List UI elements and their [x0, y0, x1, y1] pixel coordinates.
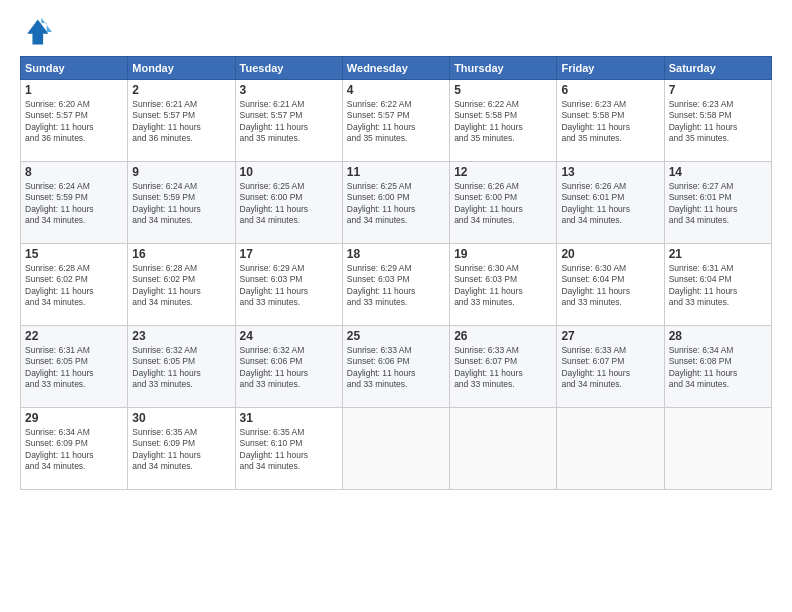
day-number: 2: [132, 83, 230, 97]
calendar-day-cell: 9Sunrise: 6:24 AM Sunset: 5:59 PM Daylig…: [128, 162, 235, 244]
day-info: Sunrise: 6:32 AM Sunset: 6:05 PM Dayligh…: [132, 345, 230, 391]
day-info: Sunrise: 6:21 AM Sunset: 5:57 PM Dayligh…: [132, 99, 230, 145]
day-info: Sunrise: 6:30 AM Sunset: 6:04 PM Dayligh…: [561, 263, 659, 309]
calendar-week-row: 29Sunrise: 6:34 AM Sunset: 6:09 PM Dayli…: [21, 408, 772, 490]
calendar-day-cell: 21Sunrise: 6:31 AM Sunset: 6:04 PM Dayli…: [664, 244, 771, 326]
day-info: Sunrise: 6:31 AM Sunset: 6:05 PM Dayligh…: [25, 345, 123, 391]
day-info: Sunrise: 6:22 AM Sunset: 5:58 PM Dayligh…: [454, 99, 552, 145]
calendar-week-row: 1Sunrise: 6:20 AM Sunset: 5:57 PM Daylig…: [21, 80, 772, 162]
day-info: Sunrise: 6:32 AM Sunset: 6:06 PM Dayligh…: [240, 345, 338, 391]
day-number: 14: [669, 165, 767, 179]
calendar-week-row: 8Sunrise: 6:24 AM Sunset: 5:59 PM Daylig…: [21, 162, 772, 244]
day-info: Sunrise: 6:31 AM Sunset: 6:04 PM Dayligh…: [669, 263, 767, 309]
day-info: Sunrise: 6:33 AM Sunset: 6:07 PM Dayligh…: [561, 345, 659, 391]
day-info: Sunrise: 6:23 AM Sunset: 5:58 PM Dayligh…: [561, 99, 659, 145]
day-number: 24: [240, 329, 338, 343]
calendar-day-cell: 30Sunrise: 6:35 AM Sunset: 6:09 PM Dayli…: [128, 408, 235, 490]
day-number: 8: [25, 165, 123, 179]
day-number: 10: [240, 165, 338, 179]
calendar-day-cell: 13Sunrise: 6:26 AM Sunset: 6:01 PM Dayli…: [557, 162, 664, 244]
calendar-day-cell: 5Sunrise: 6:22 AM Sunset: 5:58 PM Daylig…: [450, 80, 557, 162]
day-info: Sunrise: 6:23 AM Sunset: 5:58 PM Dayligh…: [669, 99, 767, 145]
day-number: 23: [132, 329, 230, 343]
calendar-day-cell: 22Sunrise: 6:31 AM Sunset: 6:05 PM Dayli…: [21, 326, 128, 408]
calendar-week-row: 15Sunrise: 6:28 AM Sunset: 6:02 PM Dayli…: [21, 244, 772, 326]
day-number: 30: [132, 411, 230, 425]
day-number: 22: [25, 329, 123, 343]
day-info: Sunrise: 6:35 AM Sunset: 6:10 PM Dayligh…: [240, 427, 338, 473]
calendar-day-cell: 10Sunrise: 6:25 AM Sunset: 6:00 PM Dayli…: [235, 162, 342, 244]
calendar-day-cell: 31Sunrise: 6:35 AM Sunset: 6:10 PM Dayli…: [235, 408, 342, 490]
day-info: Sunrise: 6:24 AM Sunset: 5:59 PM Dayligh…: [132, 181, 230, 227]
calendar-day-cell: 8Sunrise: 6:24 AM Sunset: 5:59 PM Daylig…: [21, 162, 128, 244]
day-number: 19: [454, 247, 552, 261]
calendar-day-cell: 26Sunrise: 6:33 AM Sunset: 6:07 PM Dayli…: [450, 326, 557, 408]
day-number: 18: [347, 247, 445, 261]
calendar-empty-cell: [450, 408, 557, 490]
day-info: Sunrise: 6:25 AM Sunset: 6:00 PM Dayligh…: [240, 181, 338, 227]
logo-icon: [20, 16, 52, 48]
day-number: 21: [669, 247, 767, 261]
calendar-day-cell: 11Sunrise: 6:25 AM Sunset: 6:00 PM Dayli…: [342, 162, 449, 244]
calendar-day-cell: 27Sunrise: 6:33 AM Sunset: 6:07 PM Dayli…: [557, 326, 664, 408]
calendar-day-header: Wednesday: [342, 57, 449, 80]
calendar-day-cell: 12Sunrise: 6:26 AM Sunset: 6:00 PM Dayli…: [450, 162, 557, 244]
calendar-day-cell: 7Sunrise: 6:23 AM Sunset: 5:58 PM Daylig…: [664, 80, 771, 162]
day-info: Sunrise: 6:26 AM Sunset: 6:00 PM Dayligh…: [454, 181, 552, 227]
day-number: 7: [669, 83, 767, 97]
header: [20, 16, 772, 48]
calendar-day-cell: 16Sunrise: 6:28 AM Sunset: 6:02 PM Dayli…: [128, 244, 235, 326]
day-number: 31: [240, 411, 338, 425]
calendar-day-cell: 14Sunrise: 6:27 AM Sunset: 6:01 PM Dayli…: [664, 162, 771, 244]
calendar-day-cell: 19Sunrise: 6:30 AM Sunset: 6:03 PM Dayli…: [450, 244, 557, 326]
calendar-day-cell: 24Sunrise: 6:32 AM Sunset: 6:06 PM Dayli…: [235, 326, 342, 408]
day-info: Sunrise: 6:28 AM Sunset: 6:02 PM Dayligh…: [132, 263, 230, 309]
calendar-header-row: SundayMondayTuesdayWednesdayThursdayFrid…: [21, 57, 772, 80]
day-info: Sunrise: 6:28 AM Sunset: 6:02 PM Dayligh…: [25, 263, 123, 309]
calendar-day-cell: 18Sunrise: 6:29 AM Sunset: 6:03 PM Dayli…: [342, 244, 449, 326]
calendar-day-cell: 4Sunrise: 6:22 AM Sunset: 5:57 PM Daylig…: [342, 80, 449, 162]
day-number: 11: [347, 165, 445, 179]
svg-marker-0: [27, 20, 48, 45]
calendar-day-cell: 15Sunrise: 6:28 AM Sunset: 6:02 PM Dayli…: [21, 244, 128, 326]
calendar-day-header: Sunday: [21, 57, 128, 80]
page: SundayMondayTuesdayWednesdayThursdayFrid…: [0, 0, 792, 612]
day-info: Sunrise: 6:29 AM Sunset: 6:03 PM Dayligh…: [347, 263, 445, 309]
calendar-day-cell: 20Sunrise: 6:30 AM Sunset: 6:04 PM Dayli…: [557, 244, 664, 326]
day-info: Sunrise: 6:21 AM Sunset: 5:57 PM Dayligh…: [240, 99, 338, 145]
day-number: 28: [669, 329, 767, 343]
calendar-day-cell: 1Sunrise: 6:20 AM Sunset: 5:57 PM Daylig…: [21, 80, 128, 162]
calendar-day-header: Monday: [128, 57, 235, 80]
calendar-table: SundayMondayTuesdayWednesdayThursdayFrid…: [20, 56, 772, 490]
day-number: 29: [25, 411, 123, 425]
calendar-day-cell: 25Sunrise: 6:33 AM Sunset: 6:06 PM Dayli…: [342, 326, 449, 408]
day-info: Sunrise: 6:27 AM Sunset: 6:01 PM Dayligh…: [669, 181, 767, 227]
day-number: 20: [561, 247, 659, 261]
day-info: Sunrise: 6:35 AM Sunset: 6:09 PM Dayligh…: [132, 427, 230, 473]
calendar-day-cell: 28Sunrise: 6:34 AM Sunset: 6:08 PM Dayli…: [664, 326, 771, 408]
day-info: Sunrise: 6:30 AM Sunset: 6:03 PM Dayligh…: [454, 263, 552, 309]
logo: [20, 16, 56, 48]
calendar-empty-cell: [557, 408, 664, 490]
day-number: 25: [347, 329, 445, 343]
day-number: 6: [561, 83, 659, 97]
day-number: 3: [240, 83, 338, 97]
calendar-day-cell: 3Sunrise: 6:21 AM Sunset: 5:57 PM Daylig…: [235, 80, 342, 162]
day-number: 15: [25, 247, 123, 261]
day-info: Sunrise: 6:22 AM Sunset: 5:57 PM Dayligh…: [347, 99, 445, 145]
calendar-day-cell: 6Sunrise: 6:23 AM Sunset: 5:58 PM Daylig…: [557, 80, 664, 162]
calendar-empty-cell: [664, 408, 771, 490]
day-number: 27: [561, 329, 659, 343]
day-info: Sunrise: 6:24 AM Sunset: 5:59 PM Dayligh…: [25, 181, 123, 227]
calendar-week-row: 22Sunrise: 6:31 AM Sunset: 6:05 PM Dayli…: [21, 326, 772, 408]
calendar-day-cell: 29Sunrise: 6:34 AM Sunset: 6:09 PM Dayli…: [21, 408, 128, 490]
day-info: Sunrise: 6:25 AM Sunset: 6:00 PM Dayligh…: [347, 181, 445, 227]
day-number: 13: [561, 165, 659, 179]
calendar-day-cell: 23Sunrise: 6:32 AM Sunset: 6:05 PM Dayli…: [128, 326, 235, 408]
day-number: 4: [347, 83, 445, 97]
calendar-day-header: Thursday: [450, 57, 557, 80]
calendar-day-header: Tuesday: [235, 57, 342, 80]
day-info: Sunrise: 6:34 AM Sunset: 6:08 PM Dayligh…: [669, 345, 767, 391]
day-number: 5: [454, 83, 552, 97]
day-info: Sunrise: 6:33 AM Sunset: 6:07 PM Dayligh…: [454, 345, 552, 391]
